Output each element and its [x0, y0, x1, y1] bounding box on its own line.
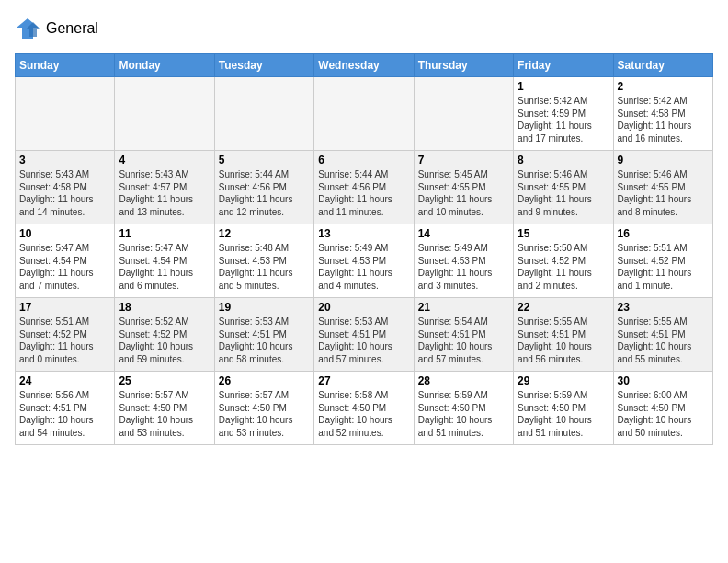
calendar-day-cell: 9Sunrise: 5:46 AMSunset: 4:55 PMDaylight…: [613, 151, 712, 224]
calendar-day-cell: 20Sunrise: 5:53 AMSunset: 4:51 PMDayligh…: [314, 298, 414, 372]
day-info: Sunrise: 5:50 AMSunset: 4:52 PMDaylight:…: [518, 242, 609, 292]
day-number: 15: [518, 227, 609, 240]
day-info: Sunrise: 5:47 AMSunset: 4:54 PMDaylight:…: [119, 242, 210, 292]
calendar: SundayMondayTuesdayWednesdayThursdayFrid…: [15, 53, 713, 445]
day-info: Sunrise: 5:42 AMSunset: 4:59 PMDaylight:…: [518, 95, 609, 144]
day-number: 12: [219, 227, 310, 240]
day-info: Sunrise: 5:59 AMSunset: 4:50 PMDaylight:…: [518, 389, 609, 439]
weekday-header: Thursday: [414, 54, 513, 77]
day-info: Sunrise: 5:51 AMSunset: 4:52 PMDaylight:…: [19, 316, 110, 365]
calendar-day-cell: 18Sunrise: 5:52 AMSunset: 4:52 PMDayligh…: [115, 298, 214, 372]
day-number: 2: [618, 80, 709, 93]
weekday-header: Wednesday: [314, 54, 414, 77]
calendar-day-cell: 21Sunrise: 5:54 AMSunset: 4:51 PMDayligh…: [414, 298, 513, 372]
calendar-day-cell: 25Sunrise: 5:57 AMSunset: 4:50 PMDayligh…: [115, 372, 214, 445]
calendar-day-cell: 26Sunrise: 5:57 AMSunset: 4:50 PMDayligh…: [214, 372, 313, 445]
day-info: Sunrise: 5:51 AMSunset: 4:52 PMDaylight:…: [618, 242, 709, 292]
day-number: 3: [19, 154, 110, 167]
calendar-day-cell: 2Sunrise: 5:42 AMSunset: 4:58 PMDaylight…: [613, 77, 712, 151]
calendar-day-cell: 16Sunrise: 5:51 AMSunset: 4:52 PMDayligh…: [613, 224, 712, 298]
calendar-day-cell: 5Sunrise: 5:44 AMSunset: 4:56 PMDaylight…: [214, 151, 313, 224]
calendar-day-cell: 28Sunrise: 5:59 AMSunset: 4:50 PMDayligh…: [414, 372, 513, 445]
logo-icon: [15, 15, 42, 42]
day-number: 24: [19, 374, 110, 387]
day-info: Sunrise: 5:57 AMSunset: 4:50 PMDaylight:…: [219, 389, 310, 439]
day-info: Sunrise: 5:48 AMSunset: 4:53 PMDaylight:…: [219, 242, 310, 292]
day-info: Sunrise: 5:56 AMSunset: 4:51 PMDaylight:…: [19, 389, 110, 439]
calendar-day-cell: 23Sunrise: 5:55 AMSunset: 4:51 PMDayligh…: [613, 298, 712, 372]
logo-text: General: [46, 20, 98, 37]
calendar-day-cell: 17Sunrise: 5:51 AMSunset: 4:52 PMDayligh…: [16, 298, 115, 372]
day-info: Sunrise: 5:55 AMSunset: 4:51 PMDaylight:…: [518, 316, 609, 365]
day-number: 22: [518, 301, 609, 314]
calendar-day-cell: [314, 77, 414, 151]
calendar-day-cell: 27Sunrise: 5:58 AMSunset: 4:50 PMDayligh…: [314, 372, 414, 445]
calendar-week-row: 10Sunrise: 5:47 AMSunset: 4:54 PMDayligh…: [16, 224, 713, 298]
day-number: 4: [119, 154, 210, 167]
day-info: Sunrise: 5:43 AMSunset: 4:57 PMDaylight:…: [119, 168, 210, 218]
day-info: Sunrise: 5:54 AMSunset: 4:51 PMDaylight:…: [418, 316, 509, 365]
day-info: Sunrise: 5:44 AMSunset: 4:56 PMDaylight:…: [318, 168, 409, 218]
day-info: Sunrise: 5:49 AMSunset: 4:53 PMDaylight:…: [318, 242, 409, 292]
calendar-day-cell: 10Sunrise: 5:47 AMSunset: 4:54 PMDayligh…: [16, 224, 115, 298]
weekday-header: Tuesday: [214, 54, 313, 77]
day-info: Sunrise: 5:53 AMSunset: 4:51 PMDaylight:…: [219, 316, 310, 365]
day-number: 11: [119, 227, 210, 240]
day-info: Sunrise: 5:43 AMSunset: 4:58 PMDaylight:…: [19, 168, 110, 218]
day-number: 18: [119, 301, 210, 314]
day-number: 7: [418, 154, 509, 167]
calendar-day-cell: [214, 77, 313, 151]
day-info: Sunrise: 5:53 AMSunset: 4:51 PMDaylight:…: [318, 316, 409, 365]
day-number: 27: [318, 374, 409, 387]
calendar-day-cell: 14Sunrise: 5:49 AMSunset: 4:53 PMDayligh…: [414, 224, 513, 298]
calendar-header-row: SundayMondayTuesdayWednesdayThursdayFrid…: [16, 54, 713, 77]
weekday-header: Friday: [514, 54, 613, 77]
day-number: 30: [618, 374, 709, 387]
calendar-day-cell: 3Sunrise: 5:43 AMSunset: 4:58 PMDaylight…: [16, 151, 115, 224]
logo-general: General: [46, 20, 98, 37]
calendar-day-cell: 12Sunrise: 5:48 AMSunset: 4:53 PMDayligh…: [214, 224, 313, 298]
day-info: Sunrise: 5:46 AMSunset: 4:55 PMDaylight:…: [618, 168, 709, 218]
day-number: 16: [618, 227, 709, 240]
weekday-header: Sunday: [16, 54, 115, 77]
calendar-day-cell: [414, 77, 513, 151]
day-number: 14: [418, 227, 509, 240]
day-number: 9: [618, 154, 709, 167]
day-info: Sunrise: 6:00 AMSunset: 4:50 PMDaylight:…: [618, 389, 709, 439]
day-info: Sunrise: 5:55 AMSunset: 4:51 PMDaylight:…: [618, 316, 709, 365]
day-number: 17: [19, 301, 110, 314]
calendar-week-row: 24Sunrise: 5:56 AMSunset: 4:51 PMDayligh…: [16, 372, 713, 445]
calendar-day-cell: 1Sunrise: 5:42 AMSunset: 4:59 PMDaylight…: [514, 77, 613, 151]
day-number: 25: [119, 374, 210, 387]
weekday-header: Monday: [115, 54, 214, 77]
day-info: Sunrise: 5:59 AMSunset: 4:50 PMDaylight:…: [418, 389, 509, 439]
day-info: Sunrise: 5:49 AMSunset: 4:53 PMDaylight:…: [418, 242, 509, 292]
day-number: 26: [219, 374, 310, 387]
calendar-day-cell: [16, 77, 115, 151]
day-number: 20: [318, 301, 409, 314]
day-number: 23: [618, 301, 709, 314]
calendar-day-cell: 24Sunrise: 5:56 AMSunset: 4:51 PMDayligh…: [16, 372, 115, 445]
calendar-day-cell: 15Sunrise: 5:50 AMSunset: 4:52 PMDayligh…: [514, 224, 613, 298]
logo: General: [15, 15, 98, 42]
calendar-week-row: 3Sunrise: 5:43 AMSunset: 4:58 PMDaylight…: [16, 151, 713, 224]
day-info: Sunrise: 5:42 AMSunset: 4:58 PMDaylight:…: [618, 95, 709, 144]
header: General: [15, 15, 713, 42]
day-number: 8: [518, 154, 609, 167]
day-number: 21: [418, 301, 509, 314]
calendar-day-cell: [115, 77, 214, 151]
day-info: Sunrise: 5:44 AMSunset: 4:56 PMDaylight:…: [219, 168, 310, 218]
calendar-day-cell: 19Sunrise: 5:53 AMSunset: 4:51 PMDayligh…: [214, 298, 313, 372]
calendar-day-cell: 22Sunrise: 5:55 AMSunset: 4:51 PMDayligh…: [514, 298, 613, 372]
calendar-week-row: 17Sunrise: 5:51 AMSunset: 4:52 PMDayligh…: [16, 298, 713, 372]
day-info: Sunrise: 5:45 AMSunset: 4:55 PMDaylight:…: [418, 168, 509, 218]
calendar-day-cell: 13Sunrise: 5:49 AMSunset: 4:53 PMDayligh…: [314, 224, 414, 298]
day-number: 10: [19, 227, 110, 240]
calendar-day-cell: 7Sunrise: 5:45 AMSunset: 4:55 PMDaylight…: [414, 151, 513, 224]
calendar-week-row: 1Sunrise: 5:42 AMSunset: 4:59 PMDaylight…: [16, 77, 713, 151]
weekday-header: Saturday: [613, 54, 712, 77]
day-number: 19: [219, 301, 310, 314]
day-info: Sunrise: 5:52 AMSunset: 4:52 PMDaylight:…: [119, 316, 210, 365]
day-info: Sunrise: 5:46 AMSunset: 4:55 PMDaylight:…: [518, 168, 609, 218]
calendar-day-cell: 29Sunrise: 5:59 AMSunset: 4:50 PMDayligh…: [514, 372, 613, 445]
